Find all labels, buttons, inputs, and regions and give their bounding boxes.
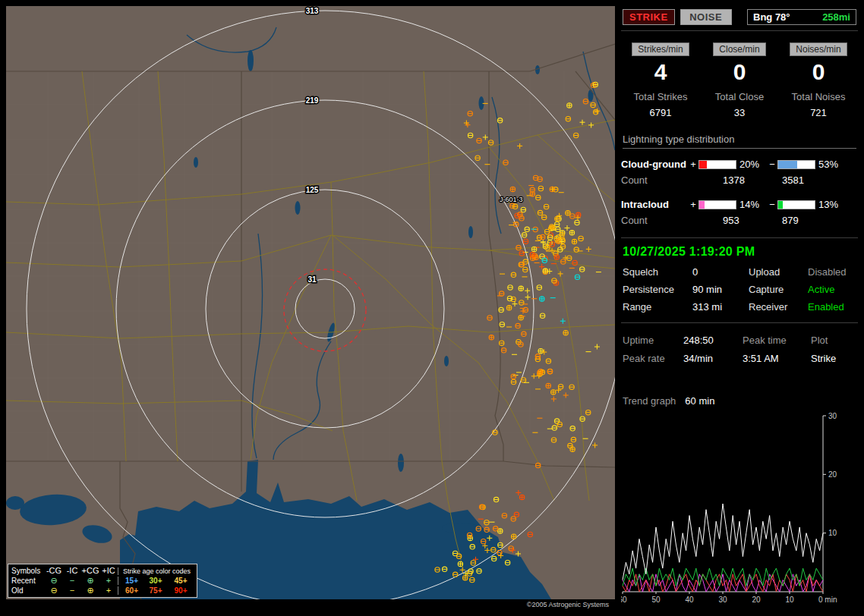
datetime-display: 10/27/2025 1:19:20 PM — [621, 242, 858, 262]
legend-symbol: + — [99, 577, 118, 585]
trend-header: Trend graph 60 min — [623, 395, 856, 407]
strikes-per-min-value: 4 — [621, 59, 700, 85]
legend-age-label: 15+ — [118, 577, 143, 585]
divider — [621, 30, 858, 31]
noises-per-min-button[interactable]: Noises/min — [790, 42, 847, 56]
indicator-row: STRIKE NOISE Bng 78° 258mi — [621, 6, 858, 27]
distribution-title: Lightning type distribution — [623, 134, 856, 149]
capture-status: Active — [808, 284, 856, 295]
map-legend: Symbols -CG -IC +CG +IC Strike age color… — [8, 564, 197, 598]
svg-text:20: 20 — [752, 596, 761, 604]
count-label: Count — [621, 215, 700, 226]
ic-plus-percent: 14% — [736, 199, 767, 210]
divider — [621, 237, 858, 238]
uptime-value: 248:50 — [683, 335, 743, 346]
peak-rate-label: Peak rate — [623, 353, 683, 364]
rate-counters: Strikes/min 4 Total Strikes 6791 Close/m… — [621, 42, 858, 118]
cloud-ground-row: Cloud-ground + 20% − 53% — [621, 159, 858, 170]
cg-minus-percent: 53% — [815, 159, 841, 170]
strikes-per-min-button[interactable]: Strikes/min — [632, 42, 689, 56]
ring-label-31: 31 — [307, 275, 317, 284]
legend-row-label: Recent — [11, 577, 45, 585]
total-close-value: 33 — [700, 107, 779, 118]
bearing-display: Bng 78° 258mi — [747, 9, 856, 25]
peak-time-label: Peak time — [743, 335, 811, 346]
close-per-min-value: 0 — [700, 59, 779, 85]
svg-text:30: 30 — [718, 596, 727, 604]
cg-plus-count: 1378 — [700, 174, 759, 186]
svg-text:30: 30 — [828, 412, 837, 420]
cloud-ground-label: Cloud-ground — [621, 159, 688, 170]
legend-row-label: Old — [11, 586, 45, 595]
cg-count-row: Count 1378 3581 — [621, 174, 858, 186]
count-label: Count — [621, 174, 700, 186]
bearing-distance: 258mi — [822, 11, 850, 23]
minus-sign: − — [767, 159, 777, 170]
ic-minus-percent: 13% — [815, 199, 841, 210]
range-label: Range — [623, 301, 692, 313]
trend-graph: 3020106050403020100 min — [621, 411, 849, 610]
squelch-label: Squelch — [623, 266, 692, 278]
legend-col-pos-ic: +IC — [99, 567, 118, 575]
legend-symbol: ⊕ — [81, 577, 99, 585]
close-per-min-button[interactable]: Close/min — [713, 42, 765, 56]
noise-indicator[interactable]: NOISE — [680, 9, 732, 25]
svg-text:20: 20 — [828, 470, 837, 479]
total-close-label: Total Close — [700, 91, 779, 102]
storm-cell-label: J-601-3 — [500, 196, 523, 203]
plus-sign: + — [688, 199, 698, 210]
svg-text:0 min: 0 min — [818, 596, 837, 604]
bearing-label: Bng 78° — [753, 11, 790, 23]
ic-minus-bar — [777, 200, 815, 209]
svg-text:60: 60 — [621, 596, 627, 604]
ring-label-125: 125 — [306, 186, 319, 194]
trend-window-value: 60 min — [685, 395, 714, 407]
svg-text:10: 10 — [828, 529, 837, 537]
cg-minus-count: 3581 — [759, 174, 858, 186]
close-column: Close/min 0 Total Close 33 — [700, 42, 779, 118]
legend-age-header: Strike age color codes — [118, 567, 194, 575]
legend-age-label: 45+ — [168, 577, 194, 585]
legend-symbol: ⊕ — [81, 586, 99, 595]
ring-label-313: 313 — [306, 7, 319, 15]
ring-label-219: 219 — [306, 96, 319, 105]
total-noises-value: 721 — [779, 107, 858, 118]
intracloud-label: Intracloud — [621, 199, 688, 210]
ic-plus-count: 953 — [700, 215, 759, 226]
total-strikes-value: 6791 — [621, 107, 700, 118]
plot-value: Strike — [811, 353, 856, 364]
capture-label: Capture — [749, 284, 808, 295]
plus-sign: + — [688, 159, 698, 170]
cg-plus-bar — [698, 160, 736, 169]
persistence-value: 90 min — [692, 284, 749, 295]
control-panel: STRIKE NOISE Bng 78° 258mi Strikes/min 4… — [621, 6, 858, 610]
total-noises-label: Total Noises — [779, 91, 858, 102]
legend-col-neg-cg: -CG — [45, 567, 63, 575]
legend-col-pos-cg: +CG — [81, 567, 99, 575]
trend-section: Trend graph 60 min 3020106050403020100 m… — [621, 395, 858, 610]
map-canvas[interactable]: 313 219 125 31 J-601-3 — [6, 6, 615, 599]
svg-text:40: 40 — [685, 596, 694, 604]
legend-recent-row: Recent ⊖ − ⊕ + 15+ 30+ 45+ — [11, 576, 194, 586]
legend-header-row: Symbols -CG -IC +CG +IC Strike age color… — [11, 566, 194, 576]
cg-plus-percent: 20% — [736, 159, 767, 170]
ic-plus-bar — [698, 200, 736, 209]
receiver-status: Enabled — [808, 301, 856, 313]
legend-symbols-header: Symbols — [11, 567, 45, 575]
svg-text:10: 10 — [785, 596, 794, 604]
plot-label: Plot — [811, 335, 856, 346]
lightning-map[interactable]: 313 219 125 31 J-601-3 Symbols -CG -IC +… — [6, 6, 615, 610]
legend-age-label: 90+ — [168, 586, 194, 595]
status-grid: Squelch 0 Upload Disabled Persistence 90… — [623, 266, 856, 313]
noises-per-min-value: 0 — [779, 59, 858, 85]
legend-symbol: ⊖ — [45, 577, 63, 585]
strike-indicator[interactable]: STRIKE — [623, 9, 675, 25]
legend-symbol: − — [63, 577, 81, 585]
ic-minus-count: 879 — [759, 215, 858, 226]
legend-col-neg-ic: -IC — [63, 567, 81, 575]
peak-time-value: 3:51 AM — [743, 353, 811, 364]
stats-grid: Uptime 248:50 Peak time Plot Peak rate 3… — [623, 335, 856, 364]
legend-symbol: ⊖ — [45, 586, 63, 595]
legend-old-row: Old ⊖ − ⊕ + 60+ 75+ 90+ — [11, 586, 194, 596]
legend-age-label: 60+ — [118, 586, 143, 595]
